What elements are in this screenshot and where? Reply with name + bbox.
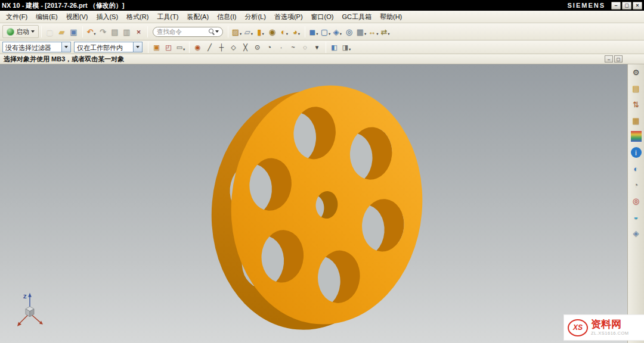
edge-blend-icon[interactable]: ◕▾ (290, 26, 302, 38)
datum-plane-icon[interactable]: ▱▾ (243, 26, 255, 38)
region-boundary-icon[interactable]: ◰ (163, 41, 175, 54)
watermark: XS 资料网 ZL.XS1616.COM (564, 315, 644, 340)
midpoint-snap-icon[interactable]: ┼ (216, 41, 228, 54)
control-point-snap-icon[interactable]: ◇ (228, 41, 240, 54)
graphics-viewport[interactable]: Z (0, 64, 627, 343)
orient-view-icon[interactable]: ◈▾ (332, 26, 343, 38)
main-toolbar: 启动 ▢▰▣ ↶▾↷▤▥× ▨▾▱▾▮▾◉◐▾◕▾ ◼▾▢▾◈▾◎▦▾↔▾⇄▾ (0, 23, 644, 40)
sync-modeling-icon[interactable]: ⇄▾ (379, 26, 391, 38)
feature-icon-group: ▨▾▱▾▮▾◉◐▾◕▾ (231, 26, 302, 38)
measure-icon[interactable]: ↔▾ (367, 26, 379, 38)
copy-icon[interactable]: ▤ (109, 26, 121, 38)
toolbar-separator (305, 26, 305, 38)
triad-z-label: Z (23, 294, 27, 300)
window-title: NX 10 - 建模 - [2017-7-26.prt （修改的）] (2, 1, 124, 10)
analysis-display-group: ◧◨▾ (329, 41, 352, 54)
delete-icon[interactable]: × (133, 26, 145, 38)
menu-item[interactable]: 格式(R) (122, 11, 153, 23)
model-solid-disc[interactable] (202, 76, 432, 339)
menu-item[interactable]: GC工具箱 (338, 11, 376, 23)
chevron-down-icon (31, 30, 35, 33)
toolbar-separator (326, 42, 326, 53)
menu-item[interactable]: 帮助(H) (376, 11, 406, 23)
watermark-logo: XS (568, 319, 588, 336)
paste-icon[interactable]: ▥ (121, 26, 133, 38)
fit-view-icon[interactable]: ◎ (343, 26, 355, 38)
menu-item[interactable]: 插入(S) (92, 11, 122, 23)
lasso-icon[interactable]: ▭▾ (175, 41, 187, 54)
status-prompt-bar: 选择对象并使用 MB3，或者双击某一对象 –◻ (0, 54, 644, 64)
process-studio-icon[interactable]: ◎ (631, 195, 642, 206)
view-icon-group: ◼▾▢▾◈▾◎▦▾↔▾⇄▾ (308, 26, 391, 38)
arc-center-snap-icon[interactable]: ⊙ (252, 41, 264, 54)
command-search-input[interactable] (157, 28, 208, 35)
main-area: Z ⚙▤⇅▦i◐◔◎◒◈ XS 资料网 (0, 64, 644, 343)
menu-item[interactable]: 首选项(P) (270, 11, 307, 23)
close-button[interactable]: × (633, 2, 642, 10)
reuse-library-icon[interactable] (631, 131, 642, 142)
gear-icon[interactable]: ⚙ (631, 67, 642, 77)
view-triad[interactable]: Z (17, 293, 43, 326)
selection-filter-dropdown[interactable]: 没有选择过滤器 (2, 42, 71, 52)
more-snap-options-icon[interactable]: ▾ (311, 41, 323, 54)
history-icon[interactable]: ◔ (631, 179, 642, 190)
quadrant-snap-icon[interactable]: ◔ (264, 41, 275, 54)
snap-point-group: ◉╱┼◇╳⊙◔∙~◌▾ (192, 41, 323, 54)
file-icon-group: ▢▰▣ (44, 26, 80, 38)
restore-button[interactable]: ◻ (622, 2, 631, 10)
pattern-icon[interactable]: ▦▾ (355, 26, 367, 38)
save-icon[interactable]: ▣ (68, 26, 80, 38)
highlight-selection-icon[interactable]: ▣ (151, 41, 163, 54)
menu-item[interactable]: 信息(I) (213, 11, 240, 23)
resource-bar: ⚙▤⇅▦i◐◔◎◒◈ (627, 64, 644, 343)
menu-item[interactable]: 工具(T) (153, 11, 182, 23)
dropdown-arrow-icon[interactable] (61, 42, 70, 52)
touch-mode-icon[interactable]: ◈ (631, 227, 642, 238)
menu-item[interactable]: 编辑(E) (32, 11, 62, 23)
extrude-icon[interactable]: ▮▾ (255, 26, 267, 38)
watermark-text: 资料网 ZL.XS1616.COM (591, 319, 629, 336)
edit-icon-group: ↶▾↷▤▥× (85, 26, 145, 38)
intersection-snap-icon[interactable]: ╳ (240, 41, 252, 54)
constraint-navigator-icon[interactable]: ⇅ (631, 99, 642, 110)
undo-icon[interactable]: ↶▾ (85, 26, 97, 38)
endpoint-snap-icon[interactable]: ╱ (204, 41, 216, 54)
snap-point-toggle-icon[interactable]: ◉ (192, 41, 204, 54)
hole-icon[interactable]: ◉ (267, 26, 278, 38)
hd3d-tools-icon[interactable]: i (631, 147, 642, 158)
dropdown-arrow-icon[interactable] (133, 42, 142, 52)
assembly-navigator-icon[interactable]: ▤ (631, 83, 642, 93)
selection-scope-dropdown[interactable]: 仅在工作部件内 (74, 42, 143, 52)
new-file-icon[interactable]: ▢ (44, 26, 56, 38)
redo-icon[interactable]: ↷ (97, 26, 109, 38)
roles-icon[interactable]: ◒ (631, 211, 642, 222)
point-on-curve-snap-icon[interactable]: ~ (287, 41, 299, 54)
prompt-bar-buttons: –◻ (603, 55, 623, 63)
toolbar-separator (147, 26, 148, 38)
point-on-face-snap-icon[interactable]: ◌ (299, 41, 311, 54)
selection-mode-group: ▣◰▭▾ (151, 41, 187, 54)
sketch-icon[interactable]: ▨▾ (231, 26, 243, 38)
menu-item[interactable]: 窗口(O) (307, 11, 338, 23)
shadow-display-icon[interactable]: ◨▾ (340, 41, 352, 54)
menu-item[interactable]: 分析(L) (240, 11, 270, 23)
command-finder[interactable] (153, 27, 223, 37)
wireframe-display-icon[interactable]: ▢▾ (320, 26, 332, 38)
open-file-icon[interactable]: ▰ (56, 26, 68, 38)
menu-item[interactable]: 视图(V) (62, 11, 92, 23)
menu-item[interactable]: 文件(F) (2, 11, 32, 23)
face-analysis-icon[interactable]: ◧ (329, 41, 340, 54)
web-browser-icon[interactable]: ◐ (631, 163, 642, 174)
start-menu-button[interactable]: 启动 (2, 25, 39, 38)
unite-icon[interactable]: ◐▾ (278, 26, 290, 38)
part-navigator-icon[interactable]: ▦ (631, 115, 642, 126)
start-label: 启动 (16, 27, 29, 36)
shaded-display-icon[interactable]: ◼▾ (308, 26, 320, 38)
window-controls: –◻× (610, 1, 642, 10)
child-restore-button[interactable]: ◻ (614, 55, 623, 63)
graphics-canvas[interactable]: Z (0, 64, 627, 343)
minimize-button[interactable]: – (611, 2, 621, 10)
child-minimize-button[interactable]: – (605, 55, 613, 63)
menu-item[interactable]: 装配(A) (182, 11, 213, 23)
existing-point-snap-icon[interactable]: ∙ (275, 41, 287, 54)
